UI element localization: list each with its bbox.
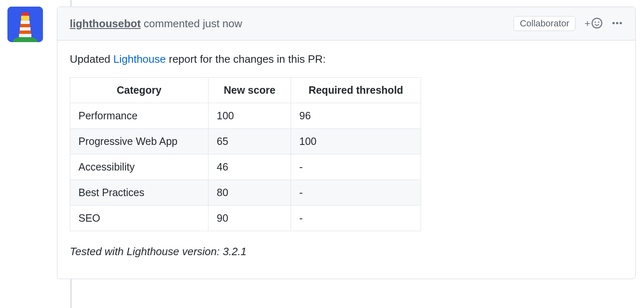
table-row: Accessibility 46 -	[70, 154, 421, 180]
svg-point-8	[612, 22, 615, 24]
svg-rect-3	[21, 21, 30, 24]
comment-action-text: commented just now	[144, 17, 242, 30]
cell-threshold: -	[291, 206, 421, 231]
footnote: Tested with Lighthouse version: 3.2.1	[70, 245, 623, 258]
cell-threshold: -	[291, 180, 421, 206]
cell-category: Performance	[70, 103, 208, 129]
cell-category: Best Practices	[70, 180, 208, 206]
table-row: Best Practices 80 -	[70, 180, 421, 206]
svg-point-9	[616, 22, 618, 24]
cell-new-score: 46	[208, 154, 291, 180]
svg-point-10	[620, 22, 622, 24]
cell-threshold: -	[291, 154, 421, 180]
intro-suffix: report for the changes in this PR:	[166, 53, 326, 65]
cell-category: SEO	[70, 206, 208, 231]
intro-prefix: Updated	[70, 53, 114, 65]
comment-menu-button[interactable]	[611, 17, 623, 30]
table-row: Performance 100 96	[70, 103, 421, 129]
cell-new-score: 90	[208, 206, 291, 231]
plus-icon: +	[585, 19, 590, 28]
cell-threshold: 100	[291, 129, 421, 154]
table-row: Progressive Web App 65 100	[70, 129, 421, 154]
author-avatar[interactable]	[7, 7, 43, 42]
comment-byline: lighthousebot commented just now	[70, 17, 242, 30]
comment-header: lighthousebot commented just now Collabo…	[57, 7, 635, 40]
svg-rect-1	[21, 12, 29, 16]
lighthouse-link[interactable]: Lighthouse	[114, 53, 166, 65]
comment-body: Updated Lighthouse report for the change…	[57, 40, 635, 279]
th-threshold: Required threshold	[291, 78, 421, 103]
author-link[interactable]: lighthousebot	[70, 17, 141, 30]
th-category: Category	[70, 78, 208, 103]
cell-new-score: 80	[208, 180, 291, 206]
table-row: SEO 90 -	[70, 206, 421, 231]
cell-new-score: 65	[208, 129, 291, 154]
svg-rect-4	[20, 24, 30, 27]
svg-rect-7	[19, 34, 31, 37]
cell-new-score: 100	[208, 103, 291, 129]
svg-rect-5	[20, 27, 31, 31]
cell-threshold: 96	[291, 103, 421, 129]
svg-rect-6	[19, 31, 31, 34]
comment-card: lighthousebot commented just now Collabo…	[57, 7, 636, 279]
lighthouse-report-table: Category New score Required threshold Pe…	[70, 77, 421, 231]
table-header-row: Category New score Required threshold	[70, 78, 421, 103]
intro-text: Updated Lighthouse report for the change…	[70, 53, 623, 66]
lighthouse-icon	[7, 7, 43, 42]
kebab-icon	[611, 24, 623, 30]
smiley-icon	[592, 18, 602, 30]
cell-category: Accessibility	[70, 154, 208, 180]
cell-category: Progressive Web App	[70, 129, 208, 154]
th-new-score: New score	[208, 78, 291, 103]
svg-rect-2	[21, 16, 29, 21]
role-badge: Collaborator	[514, 16, 575, 31]
add-reaction-button[interactable]: +	[585, 18, 602, 30]
